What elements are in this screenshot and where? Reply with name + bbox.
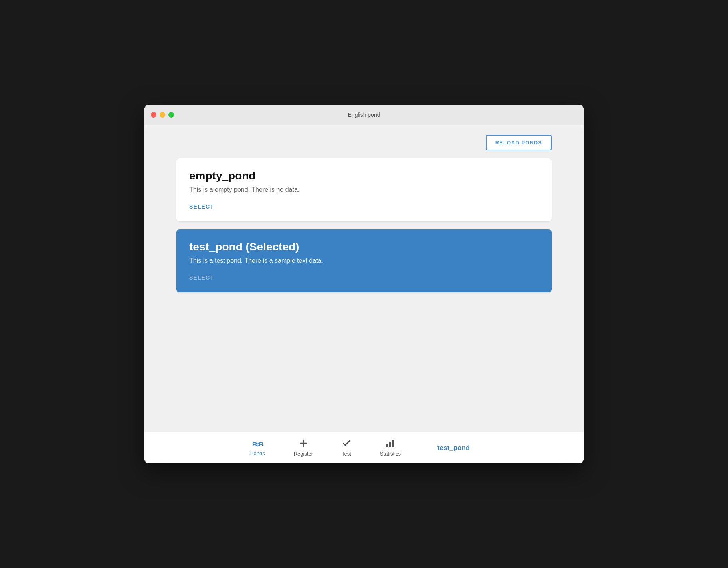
nav-statistics-label: Statistics xyxy=(380,451,401,457)
main-content: RELOAD PONDS empty_pond This is a empty … xyxy=(144,125,584,432)
maximize-button[interactable] xyxy=(168,112,174,118)
pond-desc-empty: This is a empty pond. There is no data. xyxy=(189,186,539,193)
nav-pond-name: test_pond xyxy=(429,441,478,455)
window-controls xyxy=(151,112,174,118)
pond-desc-test: This is a test pond. There is a sample t… xyxy=(189,257,539,264)
app-window: English pond RELOAD PONDS empty_pond Thi… xyxy=(144,105,584,463)
pond-title-empty: empty_pond xyxy=(189,170,539,182)
svg-rect-3 xyxy=(389,442,391,447)
select-button-empty[interactable]: SELECT xyxy=(189,203,214,210)
nav-item-statistics[interactable]: Statistics xyxy=(366,436,415,460)
register-icon xyxy=(299,439,308,449)
svg-rect-4 xyxy=(392,440,394,447)
test-icon xyxy=(342,439,351,449)
nav-item-register[interactable]: Register xyxy=(279,436,327,460)
nav-register-label: Register xyxy=(294,451,313,457)
nav-item-pond-name[interactable]: test_pond xyxy=(415,438,492,458)
pond-title-test: test_pond (Selected) xyxy=(189,241,539,253)
ponds-icon xyxy=(252,439,263,449)
minimize-button[interactable] xyxy=(160,112,165,118)
toolbar: RELOAD PONDS xyxy=(176,135,552,150)
nav-test-label: Test xyxy=(342,451,351,457)
bottom-nav: Ponds Register Test xyxy=(144,432,584,463)
pond-card-test: test_pond (Selected) This is a test pond… xyxy=(176,229,552,292)
nav-item-ponds[interactable]: Ponds xyxy=(236,436,279,460)
nav-ponds-label: Ponds xyxy=(250,450,265,456)
svg-rect-2 xyxy=(386,444,388,447)
select-button-test[interactable]: SELECT xyxy=(189,274,214,281)
close-button[interactable] xyxy=(151,112,156,118)
statistics-icon xyxy=(385,439,396,449)
window-title: English pond xyxy=(348,112,380,118)
nav-item-test[interactable]: Test xyxy=(327,436,366,460)
pond-card-empty: empty_pond This is a empty pond. There i… xyxy=(176,158,552,221)
reload-ponds-button[interactable]: RELOAD PONDS xyxy=(486,135,552,150)
titlebar: English pond xyxy=(144,105,584,125)
